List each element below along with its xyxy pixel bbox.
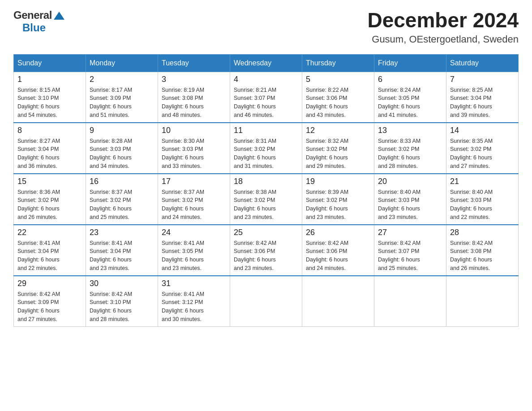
- day-number: 3: [162, 75, 226, 84]
- day-info: Sunrise: 8:42 AMSunset: 3:09 PMDaylight:…: [17, 290, 82, 324]
- day-number: 25: [234, 228, 298, 237]
- day-info: Sunrise: 8:40 AMSunset: 3:03 PMDaylight:…: [378, 188, 442, 222]
- day-number: 7: [450, 75, 515, 84]
- day-number: 29: [17, 279, 82, 288]
- day-number: 30: [90, 279, 154, 288]
- calendar-cell: 11Sunrise: 8:31 AMSunset: 3:02 PMDayligh…: [230, 123, 302, 174]
- logo: General Blue: [13, 9, 65, 34]
- day-number: 17: [162, 177, 226, 186]
- calendar-cell: 28Sunrise: 8:42 AMSunset: 3:08 PMDayligh…: [446, 225, 519, 276]
- day-number: 13: [378, 126, 442, 135]
- day-info: Sunrise: 8:41 AMSunset: 3:12 PMDaylight:…: [162, 290, 226, 324]
- calendar-cell: 3Sunrise: 8:19 AMSunset: 3:08 PMDaylight…: [158, 72, 230, 123]
- day-info: Sunrise: 8:27 AMSunset: 3:04 PMDaylight:…: [17, 137, 82, 171]
- calendar-cell: 15Sunrise: 8:36 AMSunset: 3:02 PMDayligh…: [14, 174, 86, 225]
- weekday-header-thursday: Thursday: [302, 54, 374, 72]
- weekday-header-tuesday: Tuesday: [158, 54, 230, 72]
- calendar-header-row: SundayMondayTuesdayWednesdayThursdayFrid…: [14, 54, 519, 72]
- day-number: 2: [90, 75, 154, 84]
- day-number: 28: [450, 228, 515, 237]
- calendar-cell: 24Sunrise: 8:41 AMSunset: 3:05 PMDayligh…: [158, 225, 230, 276]
- calendar-cell: [230, 276, 302, 327]
- day-info: Sunrise: 8:35 AMSunset: 3:02 PMDaylight:…: [450, 137, 515, 171]
- calendar-cell: 26Sunrise: 8:42 AMSunset: 3:06 PMDayligh…: [302, 225, 374, 276]
- calendar-cell: 5Sunrise: 8:22 AMSunset: 3:06 PMDaylight…: [302, 72, 374, 123]
- logo-blue-text: Blue: [22, 21, 46, 34]
- day-info: Sunrise: 8:42 AMSunset: 3:07 PMDaylight:…: [378, 239, 442, 273]
- day-info: Sunrise: 8:41 AMSunset: 3:05 PMDaylight:…: [162, 239, 226, 273]
- title-section: December 2024 Gusum, OEstergoetland, Swe…: [367, 9, 519, 45]
- day-number: 11: [234, 126, 298, 135]
- day-number: 15: [17, 177, 82, 186]
- day-info: Sunrise: 8:40 AMSunset: 3:03 PMDaylight:…: [450, 188, 515, 222]
- calendar-cell: [302, 276, 374, 327]
- day-number: 18: [234, 177, 298, 186]
- day-number: 4: [234, 75, 298, 84]
- calendar-cell: 4Sunrise: 8:21 AMSunset: 3:07 PMDaylight…: [230, 72, 302, 123]
- day-number: 5: [306, 75, 370, 84]
- calendar-cell: 7Sunrise: 8:25 AMSunset: 3:04 PMDaylight…: [446, 72, 519, 123]
- calendar-cell: 25Sunrise: 8:42 AMSunset: 3:06 PMDayligh…: [230, 225, 302, 276]
- calendar-cell: 14Sunrise: 8:35 AMSunset: 3:02 PMDayligh…: [446, 123, 519, 174]
- calendar-week-row: 1Sunrise: 8:15 AMSunset: 3:10 PMDaylight…: [14, 72, 519, 123]
- day-info: Sunrise: 8:42 AMSunset: 3:06 PMDaylight:…: [306, 239, 370, 273]
- day-number: 19: [306, 177, 370, 186]
- location-title: Gusum, OEstergoetland, Sweden: [367, 34, 519, 45]
- calendar-week-row: 8Sunrise: 8:27 AMSunset: 3:04 PMDaylight…: [14, 123, 519, 174]
- day-number: 27: [378, 228, 442, 237]
- calendar-cell: 19Sunrise: 8:39 AMSunset: 3:02 PMDayligh…: [302, 174, 374, 225]
- day-info: Sunrise: 8:24 AMSunset: 3:05 PMDaylight:…: [378, 86, 442, 120]
- calendar-week-row: 29Sunrise: 8:42 AMSunset: 3:09 PMDayligh…: [14, 276, 519, 327]
- day-number: 22: [17, 228, 82, 237]
- day-info: Sunrise: 8:17 AMSunset: 3:09 PMDaylight:…: [90, 86, 154, 120]
- day-info: Sunrise: 8:36 AMSunset: 3:02 PMDaylight:…: [17, 188, 82, 222]
- day-number: 6: [378, 75, 442, 84]
- day-number: 26: [306, 228, 370, 237]
- calendar-cell: 21Sunrise: 8:40 AMSunset: 3:03 PMDayligh…: [446, 174, 519, 225]
- day-info: Sunrise: 8:28 AMSunset: 3:03 PMDaylight:…: [90, 137, 154, 171]
- day-number: 1: [17, 75, 82, 84]
- day-number: 12: [306, 126, 370, 135]
- calendar-cell: 12Sunrise: 8:32 AMSunset: 3:02 PMDayligh…: [302, 123, 374, 174]
- weekday-header-sunday: Sunday: [14, 54, 86, 72]
- calendar-cell: 9Sunrise: 8:28 AMSunset: 3:03 PMDaylight…: [86, 123, 158, 174]
- day-number: 14: [450, 126, 515, 135]
- day-info: Sunrise: 8:19 AMSunset: 3:08 PMDaylight:…: [162, 86, 226, 120]
- day-number: 16: [90, 177, 154, 186]
- calendar-cell: 30Sunrise: 8:42 AMSunset: 3:10 PMDayligh…: [86, 276, 158, 327]
- day-info: Sunrise: 8:41 AMSunset: 3:04 PMDaylight:…: [90, 239, 154, 273]
- day-info: Sunrise: 8:33 AMSunset: 3:02 PMDaylight:…: [378, 137, 442, 171]
- calendar-week-row: 15Sunrise: 8:36 AMSunset: 3:02 PMDayligh…: [14, 174, 519, 225]
- calendar-cell: 20Sunrise: 8:40 AMSunset: 3:03 PMDayligh…: [374, 174, 446, 225]
- day-number: 24: [162, 228, 226, 237]
- calendar-cell: 2Sunrise: 8:17 AMSunset: 3:09 PMDaylight…: [86, 72, 158, 123]
- weekday-header-friday: Friday: [374, 54, 446, 72]
- logo-general-text: General: [13, 9, 52, 21]
- page-header: General Blue December 2024 Gusum, OEster…: [13, 9, 519, 45]
- calendar-cell: 17Sunrise: 8:37 AMSunset: 3:02 PMDayligh…: [158, 174, 230, 225]
- day-number: 21: [450, 177, 515, 186]
- day-info: Sunrise: 8:22 AMSunset: 3:06 PMDaylight:…: [306, 86, 370, 120]
- calendar-cell: [374, 276, 446, 327]
- weekday-header-saturday: Saturday: [446, 54, 519, 72]
- day-info: Sunrise: 8:42 AMSunset: 3:10 PMDaylight:…: [90, 290, 154, 324]
- calendar-cell: 8Sunrise: 8:27 AMSunset: 3:04 PMDaylight…: [14, 123, 86, 174]
- day-number: 23: [90, 228, 154, 237]
- day-info: Sunrise: 8:30 AMSunset: 3:03 PMDaylight:…: [162, 137, 226, 171]
- weekday-header-monday: Monday: [86, 54, 158, 72]
- day-info: Sunrise: 8:32 AMSunset: 3:02 PMDaylight:…: [306, 137, 370, 171]
- calendar-table: SundayMondayTuesdayWednesdayThursdayFrid…: [13, 54, 519, 327]
- day-info: Sunrise: 8:39 AMSunset: 3:02 PMDaylight:…: [306, 188, 370, 222]
- calendar-cell: 6Sunrise: 8:24 AMSunset: 3:05 PMDaylight…: [374, 72, 446, 123]
- calendar-cell: 16Sunrise: 8:37 AMSunset: 3:02 PMDayligh…: [86, 174, 158, 225]
- day-info: Sunrise: 8:31 AMSunset: 3:02 PMDaylight:…: [234, 137, 298, 171]
- weekday-header-wednesday: Wednesday: [230, 54, 302, 72]
- calendar-cell: [446, 276, 519, 327]
- calendar-cell: 27Sunrise: 8:42 AMSunset: 3:07 PMDayligh…: [374, 225, 446, 276]
- calendar-cell: 31Sunrise: 8:41 AMSunset: 3:12 PMDayligh…: [158, 276, 230, 327]
- day-info: Sunrise: 8:42 AMSunset: 3:06 PMDaylight:…: [234, 239, 298, 273]
- day-info: Sunrise: 8:42 AMSunset: 3:08 PMDaylight:…: [450, 239, 515, 273]
- day-info: Sunrise: 8:38 AMSunset: 3:02 PMDaylight:…: [234, 188, 298, 222]
- calendar-cell: 18Sunrise: 8:38 AMSunset: 3:02 PMDayligh…: [230, 174, 302, 225]
- calendar-cell: 1Sunrise: 8:15 AMSunset: 3:10 PMDaylight…: [14, 72, 86, 123]
